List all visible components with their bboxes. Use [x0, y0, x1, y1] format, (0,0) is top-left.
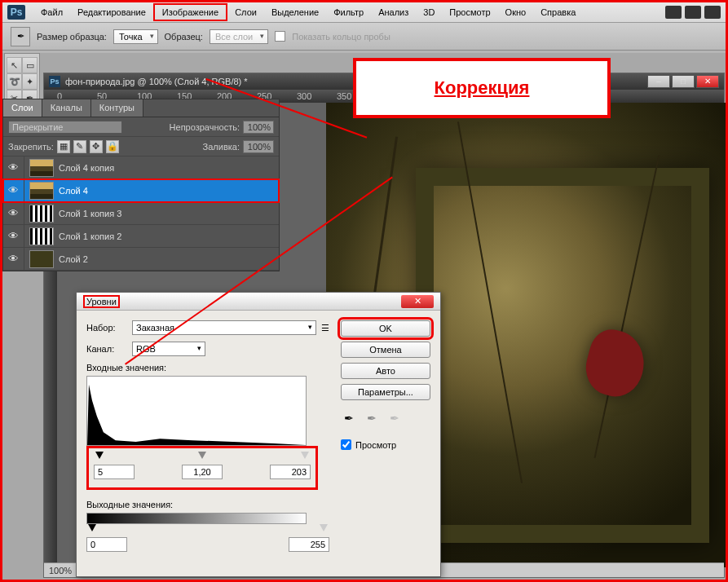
- output-white-input[interactable]: [289, 537, 329, 552]
- output-slider-track[interactable]: [86, 524, 329, 532]
- eyedropper-tool-icon[interactable]: ✒: [11, 27, 30, 46]
- black-point-dropper-icon[interactable]: ✒: [341, 410, 357, 426]
- shadow-input[interactable]: [94, 465, 135, 479]
- output-black-input[interactable]: [86, 537, 127, 552]
- sample-target-label: Образец:: [165, 32, 203, 42]
- auto-button[interactable]: Авто: [341, 363, 430, 379]
- wand-tool[interactable]: ✦: [22, 73, 38, 90]
- menubar: Ps Файл Редактирование Изображение Слои …: [2, 2, 726, 23]
- blend-mode-select[interactable]: Перекрытие: [8, 121, 122, 134]
- lock-pixels-icon[interactable]: ✎: [73, 140, 86, 153]
- highlight-slider[interactable]: [301, 452, 309, 459]
- preset-menu-icon[interactable]: ☰: [321, 323, 329, 333]
- levels-dialog: Уровни ✕ Набор: Заказная ☰ Канал: RGB Вх…: [76, 292, 441, 577]
- shadow-slider[interactable]: [95, 452, 104, 459]
- options-button[interactable]: Параметры...: [341, 384, 430, 400]
- layer-thumbnail[interactable]: [29, 159, 54, 177]
- layer-thumbnail[interactable]: [29, 227, 54, 245]
- input-values-label: Входные значения:: [86, 363, 329, 373]
- layer-name: Слой 4: [59, 186, 88, 196]
- layers-panel: Слои Каналы Контуры Перекрытие Непрозрач…: [2, 99, 280, 271]
- highlight-input[interactable]: [270, 465, 311, 479]
- visibility-icon[interactable]: 👁: [3, 202, 24, 224]
- layer-row[interactable]: 👁Слой 1 копия 3: [3, 202, 279, 225]
- move-tool[interactable]: ↖: [7, 57, 22, 73]
- lock-position-icon[interactable]: ✥: [90, 140, 103, 153]
- layer-row[interactable]: 👁Слой 1 копия 2: [3, 225, 279, 248]
- output-values-label: Выходные значения:: [86, 500, 329, 509]
- layer-thumbnail[interactable]: [29, 250, 54, 268]
- menu-select[interactable]: Выделение: [264, 5, 326, 20]
- menu-window[interactable]: Окно: [498, 5, 534, 20]
- layer-row[interactable]: 👁Слой 4 копия: [3, 157, 279, 179]
- menu-file[interactable]: Файл: [33, 5, 70, 20]
- screenmode-icon[interactable]: [704, 6, 721, 19]
- layer-thumbnail[interactable]: [29, 205, 54, 223]
- menu-view[interactable]: Просмотр: [442, 5, 497, 20]
- menu-filter[interactable]: Фильтр: [326, 5, 371, 20]
- dialog-close-button[interactable]: ✕: [401, 295, 434, 308]
- gamma-input[interactable]: [182, 465, 223, 479]
- fill-label: Заливка:: [203, 142, 240, 152]
- menu-3d[interactable]: 3D: [416, 5, 442, 20]
- sample-size-select[interactable]: Точка: [113, 29, 158, 44]
- opacity-input[interactable]: 100%: [243, 121, 274, 134]
- ok-button[interactable]: OK: [341, 320, 430, 337]
- channel-select[interactable]: RGB: [132, 342, 205, 356]
- visibility-icon[interactable]: 👁: [3, 157, 24, 179]
- visibility-icon[interactable]: 👁: [3, 248, 24, 270]
- lasso-tool[interactable]: ➰: [7, 73, 22, 90]
- show-ring-label: Показать кольцо пробы: [292, 32, 390, 42]
- dialog-title: Уровни: [83, 295, 120, 308]
- zoom-indicator[interactable]: 100%: [49, 566, 72, 575]
- histogram: [86, 376, 307, 446]
- preview-checkbox[interactable]: [341, 439, 351, 450]
- lock-all-icon[interactable]: 🔒: [106, 140, 119, 153]
- visibility-icon[interactable]: 👁: [3, 225, 24, 247]
- tab-paths[interactable]: Контуры: [91, 99, 143, 117]
- preset-label: Набор:: [86, 323, 127, 333]
- layer-row[interactable]: 👁Слой 2: [3, 248, 279, 271]
- minibridge-icon[interactable]: [685, 6, 701, 19]
- window-close[interactable]: ✕: [696, 75, 719, 88]
- menu-analysis[interactable]: Анализ: [371, 5, 416, 20]
- show-ring-checkbox[interactable]: [275, 31, 285, 42]
- channel-label: Канал:: [86, 344, 127, 354]
- doc-icon: Ps: [49, 76, 60, 87]
- midtone-slider[interactable]: [198, 452, 206, 459]
- menu-image[interactable]: Изображение: [153, 3, 227, 21]
- window-maximize[interactable]: □: [672, 75, 695, 88]
- tab-channels[interactable]: Каналы: [42, 99, 91, 117]
- visibility-icon[interactable]: 👁: [3, 179, 24, 201]
- lock-transparent-icon[interactable]: ▦: [57, 140, 70, 153]
- preset-select[interactable]: Заказная: [132, 320, 316, 335]
- marquee-tool[interactable]: ▭: [22, 57, 38, 73]
- window-minimize[interactable]: –: [647, 75, 670, 88]
- gray-point-dropper-icon[interactable]: ✒: [364, 410, 380, 426]
- tab-layers[interactable]: Слои: [3, 99, 42, 117]
- layer-row[interactable]: 👁Слой 4: [3, 179, 279, 202]
- menu-help[interactable]: Справка: [533, 5, 583, 20]
- preview-checkbox-row[interactable]: Просмотр: [341, 439, 430, 450]
- layer-name: Слой 1 копия 3: [59, 209, 121, 218]
- workspace-icon[interactable]: [665, 6, 682, 19]
- menu-layer[interactable]: Слои: [227, 5, 264, 20]
- output-black-slider[interactable]: [88, 524, 96, 531]
- layer-name: Слой 1 копия 2: [59, 231, 121, 241]
- options-bar: ✒ Размер образца: Точка Образец: Все сло…: [2, 23, 726, 51]
- layer-thumbnail[interactable]: [29, 182, 54, 200]
- white-point-dropper-icon[interactable]: ✒: [386, 410, 403, 426]
- layer-name: Слой 4 копия: [59, 163, 114, 173]
- fill-input[interactable]: 100%: [243, 140, 274, 153]
- sample-target-select[interactable]: Все слои: [210, 29, 268, 44]
- app-logo: Ps: [7, 5, 25, 20]
- opacity-label: Непрозрачность:: [170, 122, 240, 132]
- cancel-button[interactable]: Отмена: [341, 342, 430, 358]
- lock-label: Закрепить:: [8, 142, 54, 152]
- menu-edit[interactable]: Редактирование: [70, 5, 153, 20]
- output-white-slider[interactable]: [320, 524, 328, 531]
- preview-label: Просмотр: [355, 440, 396, 450]
- dialog-titlebar[interactable]: Уровни ✕: [77, 293, 440, 311]
- input-slider-track[interactable]: [94, 452, 311, 460]
- output-gradient[interactable]: [86, 513, 307, 524]
